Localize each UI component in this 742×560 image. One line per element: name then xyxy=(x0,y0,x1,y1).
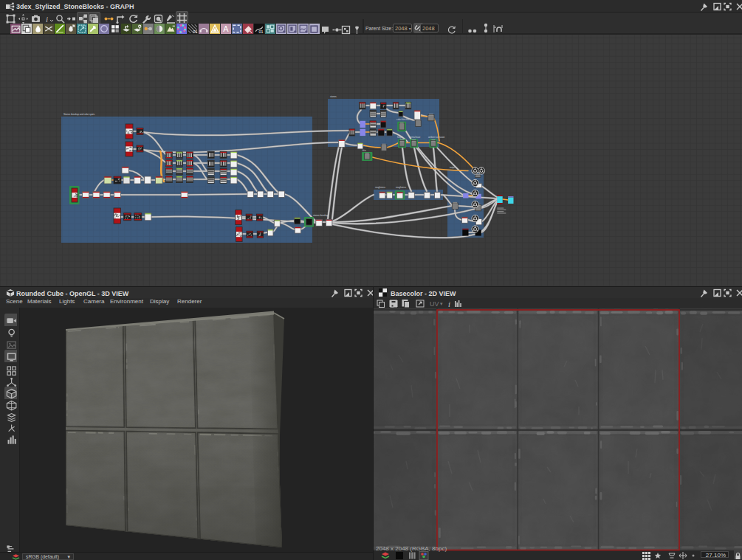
svg-text:ambient occlusion: ambient occlusion xyxy=(428,136,445,139)
svg-text:2048 x 2048 (RGBA, 8bpc): 2048 x 2048 (RGBA, 8bpc) xyxy=(376,545,447,552)
svg-text:01: 01 xyxy=(193,30,198,34)
svg-text:A: A xyxy=(223,24,229,33)
svg-text:Stones breakup and color spots: Stones breakup and color spots xyxy=(63,113,95,116)
svg-text:roughness: roughness xyxy=(375,186,386,189)
svg-text:stones: stones xyxy=(330,95,337,98)
svg-text:height: height xyxy=(397,136,403,139)
svg-text:stones breakup: stones breakup xyxy=(313,214,329,217)
svg-text:roughness: roughness xyxy=(396,186,407,189)
svg-text:▾: ▾ xyxy=(440,301,443,306)
svg-text:i: i xyxy=(448,300,450,308)
svg-text:normal base: normal base xyxy=(409,136,421,139)
svg-text:color blotches: color blotches xyxy=(396,118,410,121)
svg-text:01: 01 xyxy=(258,30,263,34)
svg-text:UV: UV xyxy=(430,300,439,308)
svg-text:i: i xyxy=(46,15,48,24)
